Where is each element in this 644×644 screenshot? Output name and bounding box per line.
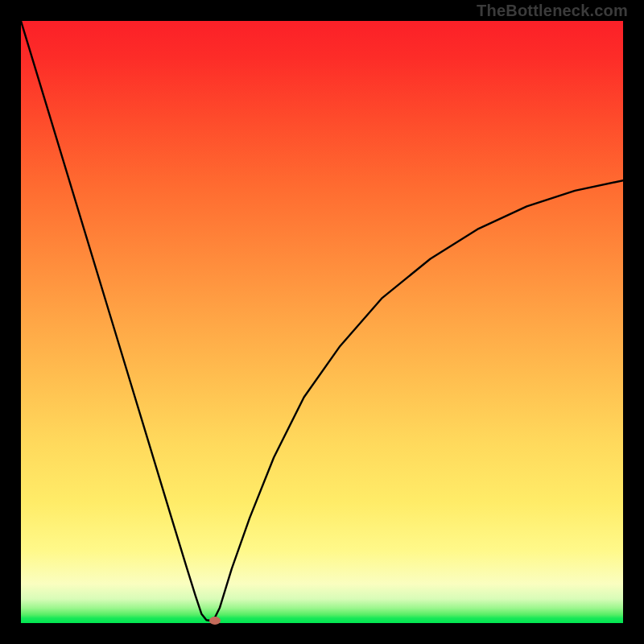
min-marker: [209, 617, 221, 625]
chart-frame: TheBottleneck.com: [0, 0, 644, 644]
curve-svg: [21, 21, 623, 623]
plot-area: [21, 21, 623, 623]
bottleneck-curve: [21, 21, 623, 621]
watermark-text: TheBottleneck.com: [477, 2, 628, 20]
